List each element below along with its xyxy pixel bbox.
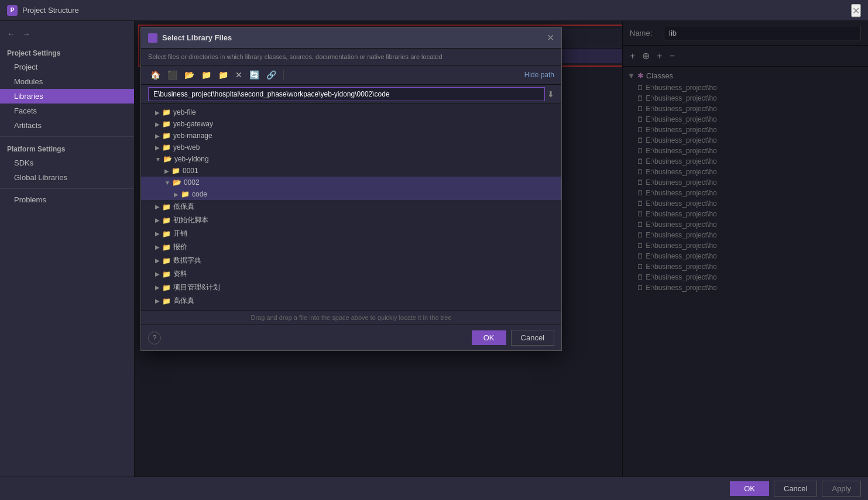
tree-item-开销[interactable]: ▶ 📁 开销 [141, 227, 561, 240]
dialog-toolbar: 🏠 ⬛ 📂 📁 📁 ✕ 🔄 🔗 Hide path [141, 65, 561, 85]
arrow-icon: ▶ [155, 217, 160, 223]
main-layout: ← → Project Settings Project Modules Lib… [0, 21, 868, 477]
tree-item-label: 0001 [183, 167, 198, 175]
tree-item-label: 报价 [173, 242, 187, 252]
nav-forward-button[interactable]: → [20, 28, 33, 40]
arrow-icon: ▶ [155, 230, 160, 237]
tree-item-label: 高保真 [173, 296, 194, 306]
dialog-help-button[interactable]: ? [148, 332, 161, 344]
tree-item-label: 资料 [173, 269, 187, 279]
tree-item-label: 项目管理&计划 [173, 282, 220, 292]
title-bar: P Project Structure ✕ [0, 0, 868, 21]
bottom-ok-button[interactable]: OK [730, 481, 769, 496]
tree-item-yeb-gateway[interactable]: ▶ 📁 yeb-gateway [141, 118, 561, 130]
toolbar-separator [283, 70, 284, 80]
tree-item-初始化脚本[interactable]: ▶ 📁 初始化脚本 [141, 213, 561, 227]
tree-item-yeb-manage[interactable]: ▶ 📁 yeb-manage [141, 130, 561, 142]
tree-item-label: 0002 [184, 178, 200, 187]
arrow-icon: ▼ [155, 156, 161, 163]
tree-item-低保真[interactable]: ▶ 📁 低保真 [141, 200, 561, 213]
sidebar-item-sdks[interactable]: SDKs [0, 156, 134, 170]
tree-item-0002[interactable]: ▼ 📂 0002 [141, 177, 561, 188]
folder-icon: 📁 [181, 190, 190, 198]
bottom-cancel-button[interactable]: Cancel [774, 481, 817, 496]
window-close-button[interactable]: ✕ [851, 4, 861, 17]
app-icon: P [7, 5, 18, 16]
tree-item-label: yeb-gateway [173, 120, 213, 128]
center-panel: + − ⧉ ▌▌ lib Bean Validation library Hib… [135, 21, 868, 477]
dialog-delete-button[interactable]: ✕ [233, 69, 245, 81]
dialog-close-button[interactable]: ✕ [547, 32, 554, 43]
dialog-newfolder-button[interactable]: 📁 [216, 69, 231, 81]
dialog-folder-button[interactable]: 📂 [182, 69, 197, 81]
dialog-home-button[interactable]: 🏠 [148, 69, 163, 81]
tree-item-yeb-file[interactable]: ▶ 📁 yeb-file [141, 106, 561, 118]
nav-buttons: ← → [0, 26, 134, 44]
hide-path-button[interactable]: Hide path [524, 71, 554, 79]
tree-item-资料[interactable]: ▶ 📁 资料 [141, 267, 561, 281]
tree-item-label: 初始化脚本 [173, 215, 208, 225]
dialog-bottom-toolbar: ? OK Cancel [141, 325, 561, 350]
folder-open-icon: 📂 [173, 178, 181, 187]
folder-icon: 📁 [162, 284, 171, 292]
folder-icon: 📁 [162, 257, 171, 265]
sidebar: ← → Project Settings Project Modules Lib… [0, 21, 135, 477]
tree-item-label: 开销 [173, 229, 187, 239]
arrow-icon: ▼ [164, 180, 170, 186]
dialog-view-button[interactable]: ⬛ [165, 69, 180, 81]
folder-icon: 📁 [162, 270, 171, 278]
tree-item-label: yeb-file [173, 108, 196, 116]
window-title: Project Structure [22, 6, 79, 15]
dialog-download-button[interactable]: ⬇ [547, 89, 554, 99]
sidebar-item-project[interactable]: Project [0, 60, 134, 74]
folder-icon: 📁 [162, 216, 171, 225]
tree-item-label: yeb-web [173, 143, 200, 151]
dialog-overlay: Select Library Files ✕ Select files or d… [135, 21, 868, 477]
tree-item-label: 低保真 [173, 202, 194, 212]
sidebar-item-modules[interactable]: Modules [0, 74, 134, 89]
sidebar-item-facets[interactable]: Facets [0, 104, 134, 118]
bottom-apply-button[interactable]: Apply [822, 481, 861, 496]
dialog-file-tree: ▶ 📁 yeb-file ▶ 📁 yeb-gateway ▶ 📁 yeb-man… [141, 104, 561, 310]
dialog-ok-button[interactable]: OK [472, 330, 506, 345]
dialog-cancel-button[interactable]: Cancel [511, 330, 554, 346]
section-divider [0, 136, 134, 137]
folder-open-icon: 📂 [163, 155, 172, 163]
arrow-icon: ▶ [155, 121, 160, 127]
dialog-link-button[interactable]: 🔗 [264, 69, 279, 81]
tree-item-yeb-web[interactable]: ▶ 📁 yeb-web [141, 142, 561, 153]
tree-item-label: 数据字典 [173, 256, 201, 265]
tree-item-数据字典[interactable]: ▶ 📁 数据字典 [141, 254, 561, 267]
sidebar-item-libraries[interactable]: Libraries [0, 89, 134, 104]
dialog-icon [148, 33, 157, 43]
tree-item-0001[interactable]: ▶ 📁 0001 [141, 165, 561, 177]
folder-icon: 📁 [162, 230, 171, 238]
folder-icon: 📁 [162, 203, 171, 211]
tree-item-label: yeb-yidong [174, 155, 209, 163]
tree-item-yeb-yidong[interactable]: ▼ 📂 yeb-yidong [141, 153, 561, 165]
arrow-icon: ▶ [155, 133, 160, 139]
tree-item-高保真[interactable]: ▶ 📁 高保真 [141, 294, 561, 308]
nav-back-button[interactable]: ← [5, 28, 18, 40]
arrow-icon: ▶ [155, 244, 160, 250]
sidebar-item-artifacts[interactable]: Artifacts [0, 118, 134, 133]
tree-item-报价[interactable]: ▶ 📁 报价 [141, 240, 561, 254]
dialog-folder2-button[interactable]: 📁 [199, 69, 214, 81]
sidebar-item-global-libraries[interactable]: Global Libraries [0, 170, 134, 185]
dialog-title-bar: Select Library Files ✕ [141, 27, 561, 49]
dialog-path-input[interactable] [148, 87, 545, 101]
arrow-icon: ▶ [155, 144, 160, 151]
arrow-icon: ▶ [155, 284, 160, 291]
folder-icon: 📁 [162, 108, 171, 116]
folder-icon: 📁 [162, 143, 171, 151]
select-library-dialog: Select Library Files ✕ Select files or d… [140, 27, 562, 351]
tree-item-code[interactable]: ▶ 📁 code [141, 188, 561, 200]
folder-icon: 📁 [162, 132, 171, 140]
drag-hint: Drag and drop a file into the space abov… [141, 310, 561, 325]
sidebar-item-problems[interactable]: Problems [0, 192, 134, 207]
arrow-icon: ▶ [155, 298, 160, 304]
arrow-icon: ▶ [155, 271, 160, 277]
dialog-refresh-button[interactable]: 🔄 [247, 69, 262, 81]
section-divider-2 [0, 188, 134, 189]
tree-item-项目管理[interactable]: ▶ 📁 项目管理&计划 [141, 281, 561, 294]
